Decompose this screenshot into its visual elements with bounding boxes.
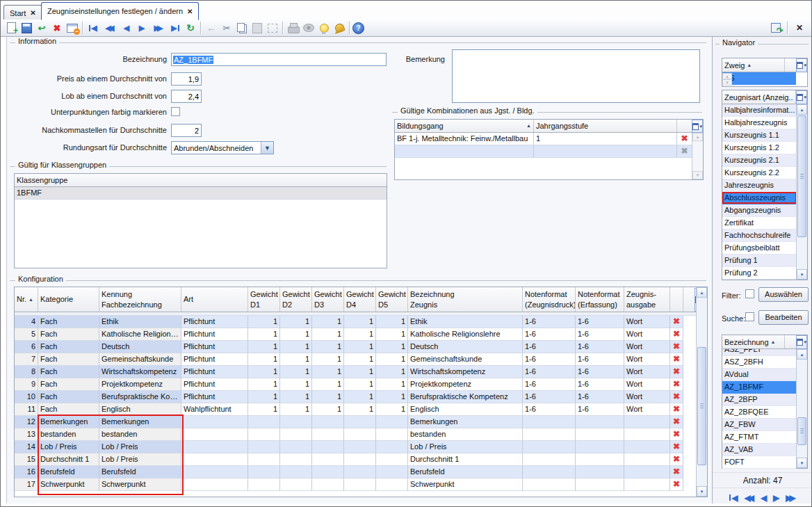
column-header-bildungsgang[interactable]: Bildungsgang▲ (395, 120, 534, 132)
bell-icon[interactable] (332, 21, 347, 35)
nav-prev-icon[interactable]: ◀ (119, 21, 134, 35)
bemerkung-textarea[interactable] (452, 49, 700, 103)
delete-row-icon[interactable]: ✖ (670, 341, 683, 353)
delete-row-icon[interactable]: ✖ (670, 366, 683, 378)
refresh-icon[interactable]: ↻ (183, 21, 198, 35)
delete-row-icon[interactable]: ✖ (670, 378, 683, 391)
column-chooser-icon[interactable]: ▾ (692, 120, 703, 133)
list-item-bezeichnung[interactable]: AZ_VAB (722, 444, 796, 456)
list-item-bezeichnung[interactable]: ASZ_FPLT (722, 349, 796, 356)
delete-row-icon[interactable]: ✖ (670, 416, 683, 428)
list-item-zeugnisart[interactable]: Halbjahresinformat... (722, 104, 796, 117)
table-row[interactable]: 12BemerkungenBemerkungenBemerkungen✖ (15, 416, 707, 428)
column-header[interactable]: Notenformat (Erfassung) (576, 287, 624, 312)
list-item-zweig[interactable]: BS (722, 72, 796, 85)
table-row[interactable]: 4FachEthikPflichtunt11111Ethik1-61-6Wort… (15, 316, 707, 328)
column-header[interactable]: Art (181, 287, 248, 312)
list-item-bezeichnung[interactable]: FOFT (722, 456, 796, 469)
column-header[interactable]: Gewicht D4 (344, 287, 376, 312)
table-row[interactable]: 9FachProjektkompetenzPflichtunt11111Proj… (15, 378, 707, 391)
nav-next-icon[interactable]: ▶ (134, 21, 149, 35)
nav-fast-next-icon[interactable]: ▶▶ (149, 21, 168, 35)
scrollbar[interactable]: ▴ ▾ (796, 349, 807, 468)
scroll-down-icon[interactable]: ▾ (797, 269, 807, 280)
save-icon[interactable] (19, 21, 34, 35)
delete-row-icon[interactable]: ✖ (677, 145, 692, 158)
table-row[interactable]: 14Lob / PreisLob / PreisLob / Preis✖ (15, 441, 707, 453)
column-header[interactable]: Bezeichnung Zeugnis (408, 287, 523, 312)
list-item-bezeichnung[interactable]: AVdual (722, 369, 796, 381)
column-header-jahrgangsstufe[interactable]: Jahrgangsstufe (534, 120, 677, 132)
column-header[interactable]: Gewicht D3 (312, 287, 344, 312)
table-row[interactable]: 5FachKatholische ReligionslehrePflichtun… (15, 328, 707, 341)
table-row[interactable]: 6FachDeutschPflichtunt11111Deutsch1-61-6… (15, 341, 707, 353)
list-item-bezeichnung[interactable]: AZ_2BFQEE (722, 406, 796, 419)
nachkommastellen-input[interactable] (171, 124, 202, 137)
zweig-column-header[interactable]: Zweig▲ (722, 58, 785, 72)
scroll-down-icon[interactable]: ▾ (697, 486, 707, 497)
table-row[interactable]: 16BerufsfeldBerufsfeldBerufsfeld✖ (15, 466, 707, 478)
nav-last-icon[interactable]: ▶ (168, 21, 183, 35)
list-item-bezeichnung[interactable]: AZ_2BFP (722, 394, 796, 406)
suche-checkbox[interactable] (745, 312, 754, 321)
bearbeiten-button[interactable]: Bearbeiten (758, 310, 809, 325)
table-row[interactable]: 17SchwerpunktSchwerpunktSchwerpunkt✖ (15, 478, 707, 491)
zeugnisart-column-header[interactable]: Zeugnisart (Anzeig... (722, 90, 796, 104)
delete-row-icon[interactable]: ✖ (677, 133, 692, 145)
column-header[interactable]: Gewicht D2 (280, 287, 312, 312)
preis-input[interactable] (171, 72, 202, 86)
disc-icon[interactable] (301, 21, 316, 35)
delete-row-icon[interactable]: ✖ (670, 403, 683, 416)
column-header[interactable]: Notenformat (Zeugnisdruck) (523, 287, 576, 312)
scroll-up-icon[interactable]: ▴ (697, 287, 707, 298)
tab-zeugniseinstellungen[interactable]: Zeugniseinstellungen festlegen / ändern … (41, 2, 199, 20)
tab-start[interactable]: Start ✕ (3, 5, 42, 20)
unterpunktungen-checkbox[interactable] (171, 107, 180, 116)
list-item-zeugnisart[interactable]: Zertifikat (722, 217, 796, 230)
list-item-zeugnisart[interactable]: Kurszeugnis 2.1 (722, 154, 796, 167)
column-chooser-icon[interactable]: ▾ (796, 90, 807, 104)
delete-row-icon[interactable]: ✖ (670, 328, 683, 341)
scrollbar[interactable]: ▴ ▾ (796, 104, 807, 280)
nav-first-icon[interactable]: ◀ (729, 493, 738, 503)
selection-icon[interactable] (265, 21, 280, 35)
column-header[interactable]: Kategorie (38, 287, 99, 312)
scroll-up-icon[interactable]: ▴ (692, 133, 703, 141)
table-row[interactable]: 15Durchschnitt 1Lob / PreisDurchschnitt … (15, 453, 707, 466)
scroll-down-icon[interactable]: ▾ (722, 79, 732, 86)
column-header[interactable]: Nr.▲ (15, 287, 38, 312)
list-item-zeugnisart[interactable]: Kurszeugnis 2.2 (722, 167, 796, 179)
scroll-down-icon[interactable]: ▾ (692, 171, 703, 179)
scroll-up-icon[interactable]: ▴ (797, 104, 807, 115)
nav-next-icon[interactable]: ▶ (773, 493, 779, 503)
delete-row-icon[interactable]: ✖ (670, 441, 683, 453)
close-icon[interactable]: ✕ (30, 9, 35, 17)
scroll-thumb[interactable] (797, 115, 806, 237)
grid-remove-icon[interactable] (65, 21, 80, 35)
copy-icon[interactable] (234, 21, 250, 35)
table-row[interactable]: 1BFMF (15, 187, 387, 200)
close-window-icon[interactable]: ✕ (792, 21, 807, 35)
table-row[interactable]: 10FachBerufspraktische Kompet...Pflichtu… (15, 391, 707, 403)
nav-fast-prev-icon[interactable]: ◀◀ (744, 493, 754, 503)
cut-icon[interactable]: ✂ (219, 21, 234, 35)
table-row[interactable]: 8FachWirtschaftskompetenzPflichtunt11111… (15, 366, 707, 378)
list-item-bezeichnung[interactable]: AZ_FTMT (722, 431, 796, 444)
filter-checkbox[interactable] (745, 289, 754, 298)
scrollbar[interactable]: ▴▾ (692, 133, 703, 179)
list-item-zeugnisart[interactable]: Abgangszeugnis (722, 204, 796, 217)
help-icon[interactable]: ? (352, 22, 364, 34)
delete-row-icon[interactable]: ✖ (670, 391, 683, 403)
nav-fast-prev-icon[interactable]: ◀◀ (101, 21, 119, 35)
table-row[interactable]: 13bestandenbestandenbestanden✖ (15, 428, 707, 441)
list-item-zeugnisart[interactable]: Kurszeugnis 1.2 (722, 142, 796, 154)
column-header[interactable]: Gewicht D1 (248, 287, 280, 312)
table-row[interactable]: 11FachEnglischWahlpflichtunt11111Englisc… (15, 403, 707, 416)
list-item-zeugnisart[interactable]: Kurszeugnis 1.1 (722, 129, 796, 142)
column-header-klassengruppe[interactable]: Klassengruppe (15, 174, 387, 186)
scroll-up-icon[interactable]: ▴ (722, 73, 732, 79)
print-icon[interactable] (286, 21, 301, 35)
list-item-bezeichnung[interactable]: AZ_FBW (722, 419, 796, 431)
column-header[interactable]: Gewicht D5 (376, 287, 408, 312)
scroll-thumb[interactable] (697, 347, 706, 465)
